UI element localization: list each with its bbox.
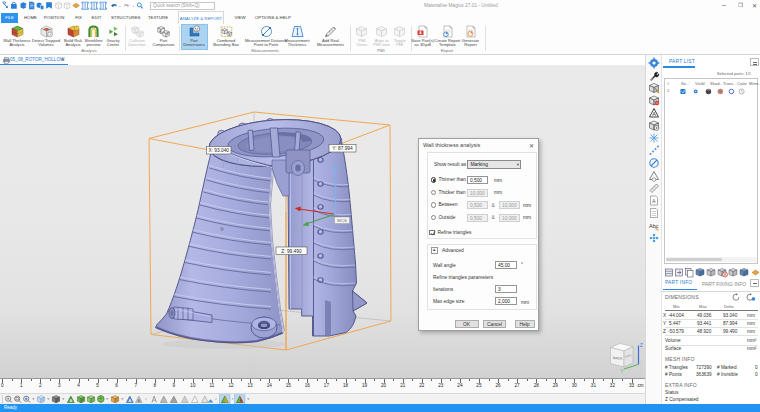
svg-text:A: A bbox=[128, 398, 131, 403]
svg-text:A: A bbox=[652, 111, 656, 117]
svg-text:Z: Z bbox=[640, 343, 643, 348]
svg-text:A: A bbox=[137, 398, 140, 403]
svg-text:Y: Y bbox=[621, 369, 624, 374]
svg-text:Z: 99.490: Z: 99.490 bbox=[281, 249, 302, 254]
svg-text:BACK: BACK bbox=[613, 356, 623, 361]
svg-text:A: A bbox=[69, 398, 72, 403]
svg-text:!: ! bbox=[76, 26, 77, 30]
svg-text:Abc: Abc bbox=[649, 223, 659, 229]
svg-text:Y: 87.994: Y: 87.994 bbox=[332, 146, 353, 151]
svg-text:X: 93.040: X: 93.040 bbox=[208, 148, 229, 153]
svg-text:WCS: WCS bbox=[337, 218, 347, 223]
